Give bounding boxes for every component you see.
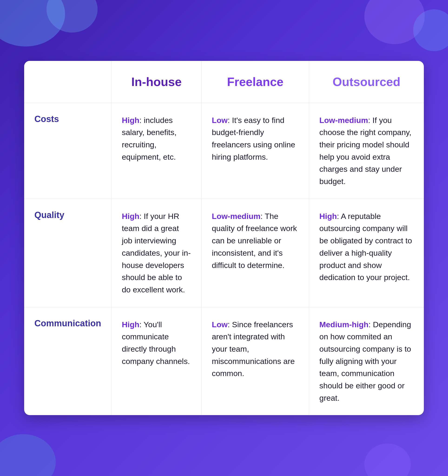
col-header-freelance: Freelance [202, 61, 309, 103]
table-row: QualityHigh: If your HR team did a great… [24, 199, 424, 307]
row-header-quality: Quality [24, 199, 112, 307]
table-row: CostsHigh: includes salary, benefits, re… [24, 103, 424, 199]
cell-inhouse-quality: High: If your HR team did a great job in… [112, 199, 202, 307]
cell-inhouse-communication: High: You'll communicate directly throug… [112, 307, 202, 415]
row-header-communication: Communication [24, 307, 112, 415]
cell-freelance-quality: Low-medium: The quality of freelance wor… [202, 199, 309, 307]
empty-header-cell [24, 61, 112, 103]
cell-freelance-communication: Low: Since freelancers aren't integrated… [202, 307, 309, 415]
cell-inhouse-costs: High: includes salary, benefits, recruit… [112, 103, 202, 199]
cell-outsourced-communication: Medium-high: Depending on how commited a… [309, 307, 424, 415]
comparison-table: In-house Freelance Outsourced CostsHigh:… [24, 61, 424, 415]
table-row: CommunicationHigh: You'll communicate di… [24, 307, 424, 415]
cell-outsourced-costs: Low-medium: If you choose the right comp… [309, 103, 424, 199]
cell-freelance-costs: Low: It's easy to find budget-friendly f… [202, 103, 309, 199]
row-header-costs: Costs [24, 103, 112, 199]
cell-outsourced-quality: High: A reputable outsourcing company wi… [309, 199, 424, 307]
decorative-blob-3 [0, 434, 56, 476]
comparison-table-wrapper: In-house Freelance Outsourced CostsHigh:… [24, 61, 424, 415]
col-header-outsourced: Outsourced [309, 61, 424, 103]
col-header-inhouse: In-house [112, 61, 202, 103]
decorative-blob-4 [364, 443, 411, 476]
